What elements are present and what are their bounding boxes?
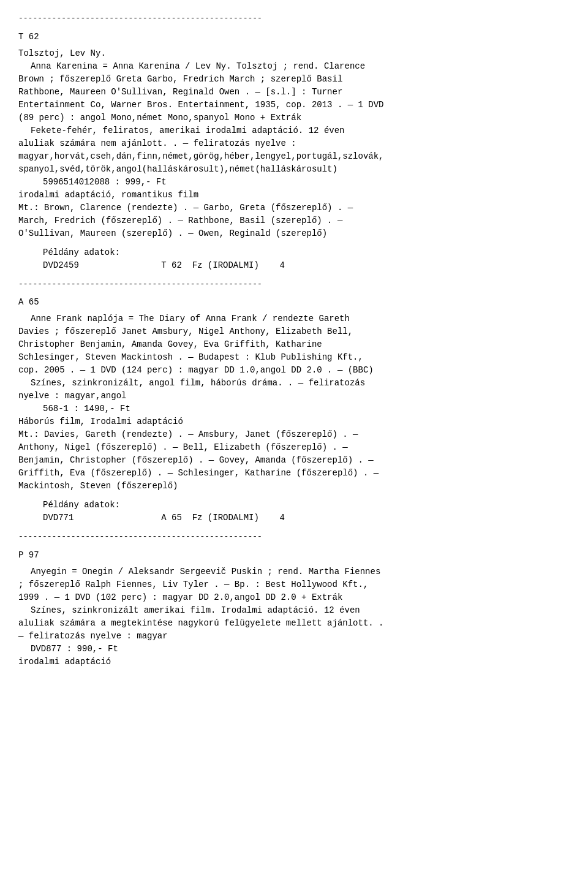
entry-mt1-line2: March, Fredrich (főszereplő) . — Rathbon…: [18, 214, 570, 227]
entry-annefrank: Anne Frank naplója = The Diary of Anna F…: [18, 312, 570, 493]
entry-a65-line3: Christopher Benjamin, Amanda Govey, Eva …: [18, 338, 570, 351]
entry-desc-line8: magyar,horvát,cseh,dán,finn,német,görög,…: [18, 150, 570, 163]
entry-p97-barcode: DVD877 : 990,- Ft: [31, 643, 570, 656]
entry-a65-line4: Schlesinger, Steven Mackintosh . — Budap…: [18, 351, 570, 364]
entry-p97-genre: irodalmi adaptáció: [18, 656, 570, 668]
examples-label-t62: Példány adatok:: [43, 246, 570, 259]
section-id-p97: P 97: [18, 549, 570, 562]
entry-a65-line2: Davies ; főszereplő Janet Amsbury, Nigel…: [18, 325, 570, 338]
entry-a65-line5: cop. 2005 . — 1 DVD (124 perc) : magyar …: [18, 364, 570, 377]
entry-desc-line6: Fekete-fehér, feliratos, amerikai irodal…: [31, 124, 570, 137]
top-divider: ----------------------------------------…: [18, 12, 570, 25]
section-id-a65: A 65: [18, 296, 570, 309]
entry-a65-line6: Színes, szinkronizált, angol film, hábor…: [31, 377, 570, 390]
entry-p97-line2: ; főszereplő Ralph Fiennes, Liv Tyler . …: [18, 578, 570, 591]
entry-p97-line4: Színes, szinkronizált amerikai film. Iro…: [31, 604, 570, 617]
entry-mt1-line1: Mt.: Brown, Clarence (rendezte) . — Garb…: [18, 202, 570, 214]
entry-desc-line7: aluliak számára nem ajánlott. . — felira…: [18, 137, 570, 150]
entry-desc-line2: Brown ; főszereplő Greta Garbo, Fredrich…: [18, 73, 570, 86]
entry-a65-line1: Anne Frank naplója = The Diary of Anna F…: [31, 312, 570, 325]
entry-desc-line9: spanyol,svéd,török,angol(halláskárosult)…: [18, 163, 570, 176]
examples-label-a65: Példány adatok:: [43, 499, 570, 512]
entry-a65-mt1: Mt.: Davies, Gareth (rendezte) . — Amsbu…: [18, 428, 570, 441]
entry-a65-genre: Háborús film, Irodalmi adaptáció: [18, 415, 570, 428]
entry-a65-line7: nyelve : magyar,angol: [18, 390, 570, 403]
author-tolsztoj: Tolsztoj, Lev Ny.: [18, 47, 570, 60]
section-p97: P 97 Anyegin = Onegin / Aleksandr Sergee…: [18, 549, 570, 668]
section-a65: A 65 Anne Frank naplója = The Diary of A…: [18, 296, 570, 524]
entry-a65-barcode: 568-1 : 1490,- Ft: [43, 403, 570, 415]
examples-data-t62: DVD2459 T 62 Fz (IRODALMI) 4: [43, 259, 570, 272]
examples-data-a65: DVD771 A 65 Fz (IRODALMI) 4: [43, 512, 570, 524]
divider-2: ----------------------------------------…: [18, 531, 570, 543]
entry-p97-line1: Anyegin = Onegin / Aleksandr Sergeevič P…: [31, 565, 570, 578]
entry-desc-line3: Rathbone, Maureen O'Sullivan, Reginald O…: [18, 86, 570, 99]
section-t62: T 62 Tolsztoj, Lev Ny. Anna Karenina = A…: [18, 31, 570, 272]
entry-tolsztoj: Tolsztoj, Lev Ny. Anna Karenina = Anna K…: [18, 47, 570, 240]
examples-t62: Példány adatok: DVD2459 T 62 Fz (IRODALM…: [18, 246, 570, 272]
entry-a65-mt2: Anthony, Nigel (főszereplő) . — Bell, El…: [18, 441, 570, 454]
entry-a65-mt5: Mackintosh, Steven (főszereplő): [18, 480, 570, 493]
entry-desc-line5: (89 perc) : angol Mono,német Mono,spanyo…: [18, 112, 570, 124]
entry-mt1-line3: O'Sullivan, Maureen (szereplő) . — Owen,…: [18, 227, 570, 240]
section-id-t62: T 62: [18, 31, 570, 43]
entry-a65-mt3: Benjamin, Christopher (főszereplő) . — G…: [18, 454, 570, 467]
entry-genre1: irodalmi adaptáció, romantikus film: [18, 189, 570, 202]
entry-a65-mt4: Griffith, Eva (főszereplő) . — Schlesing…: [18, 467, 570, 480]
entry-p97-line5: aluliak számára a megtekintése nagykorú …: [18, 617, 570, 630]
entry-barcode: 5996514012088 : 999,- Ft: [43, 176, 570, 189]
examples-a65: Példány adatok: DVD771 A 65 Fz (IRODALMI…: [18, 499, 570, 524]
page-container: ----------------------------------------…: [18, 12, 570, 668]
divider-1: ----------------------------------------…: [18, 278, 570, 290]
entry-p97-line3: 1999 . — 1 DVD (102 perc) : magyar DD 2.…: [18, 591, 570, 604]
entry-anyegin: Anyegin = Onegin / Aleksandr Sergeevič P…: [18, 565, 570, 668]
entry-desc-line4: Entertainment Co, Warner Bros. Entertain…: [18, 99, 570, 112]
entry-desc-line1: Anna Karenina = Anna Karenina / Lev Ny. …: [31, 60, 570, 73]
entry-p97-line6: — feliratozás nyelve : magyar: [18, 630, 570, 643]
